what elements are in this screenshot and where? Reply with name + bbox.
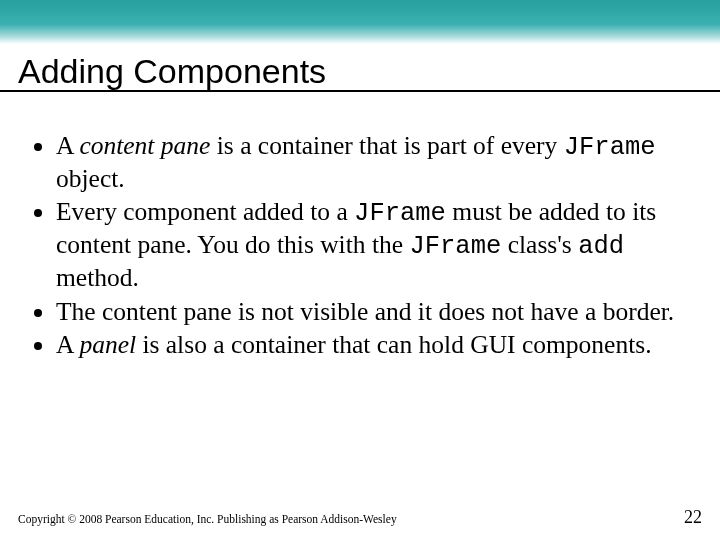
code-term: add xyxy=(578,232,624,261)
bullet-item: Every component added to a JFrame must b… xyxy=(56,196,690,293)
code-term: JFrame xyxy=(354,199,446,228)
page-number: 22 xyxy=(684,507,702,528)
text: method. xyxy=(56,263,139,292)
slide-title: Adding Components xyxy=(18,52,326,91)
bullet-list: A content pane is a container that is pa… xyxy=(30,130,690,360)
code-term: JFrame xyxy=(409,232,501,261)
bullet-item: A panel is also a container that can hol… xyxy=(56,329,690,360)
text: class's xyxy=(501,230,578,259)
text: A xyxy=(56,330,79,359)
text: The content pane is not visible and it d… xyxy=(56,297,674,326)
bullet-item: A content pane is a container that is pa… xyxy=(56,130,690,194)
italic-term: panel xyxy=(79,330,136,359)
text: is a container that is part of every xyxy=(210,131,563,160)
text: Every component added to a xyxy=(56,197,354,226)
copyright-text: Copyright © 2008 Pearson Education, Inc.… xyxy=(18,513,397,525)
text: object. xyxy=(56,164,125,193)
slide-body: A content pane is a container that is pa… xyxy=(30,130,690,362)
slide: Adding Components A content pane is a co… xyxy=(0,0,720,540)
code-term: JFrame xyxy=(564,133,656,162)
slide-footer: Copyright © 2008 Pearson Education, Inc.… xyxy=(18,507,702,528)
bullet-item: The content pane is not visible and it d… xyxy=(56,296,690,327)
text: is also a container that can hold GUI co… xyxy=(136,330,652,359)
italic-term: content pane xyxy=(79,131,210,160)
header-gradient-bar xyxy=(0,0,720,44)
text: A xyxy=(56,131,79,160)
